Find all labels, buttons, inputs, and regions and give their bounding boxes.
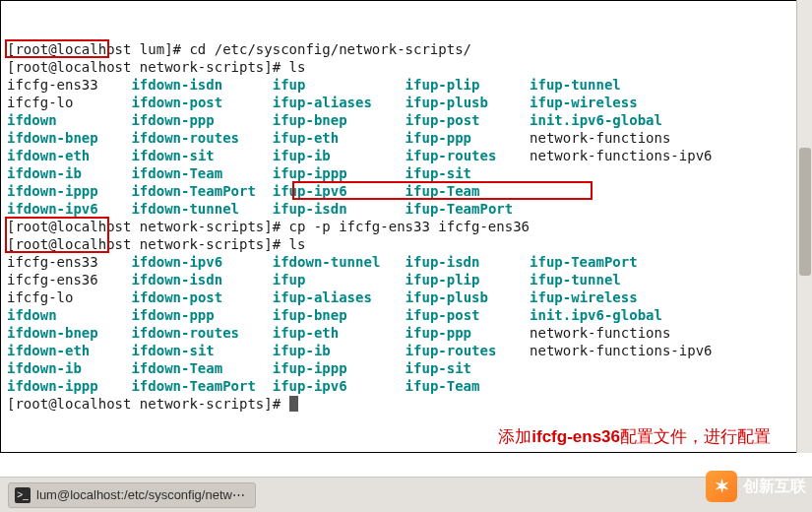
watermark-text: 创新互联 bbox=[743, 477, 806, 497]
terminal-content: [root@localhost lum]# cd /etc/sysconfig/… bbox=[7, 40, 805, 413]
watermark: ✶ 创新互联 bbox=[706, 471, 806, 502]
terminal-scrollbar[interactable] bbox=[796, 0, 812, 453]
taskbar: >_ lum@localhost:/etc/sysconfig/netw⋯ bbox=[0, 477, 812, 512]
annotation-text: 添加ifcfg-ens36配置文件，进行配置 bbox=[498, 425, 771, 448]
scroll-thumb[interactable] bbox=[799, 148, 811, 276]
terminal-icon: >_ bbox=[15, 487, 31, 503]
taskbar-window-button[interactable]: >_ lum@localhost:/etc/sysconfig/netw⋯ bbox=[8, 482, 256, 508]
terminal-window[interactable]: [root@localhost lum]# cd /etc/sysconfig/… bbox=[0, 0, 812, 453]
taskbar-window-title: lum@localhost:/etc/sysconfig/netw⋯ bbox=[36, 487, 245, 502]
watermark-logo-icon: ✶ bbox=[706, 471, 737, 502]
terminal-cursor bbox=[289, 396, 298, 412]
